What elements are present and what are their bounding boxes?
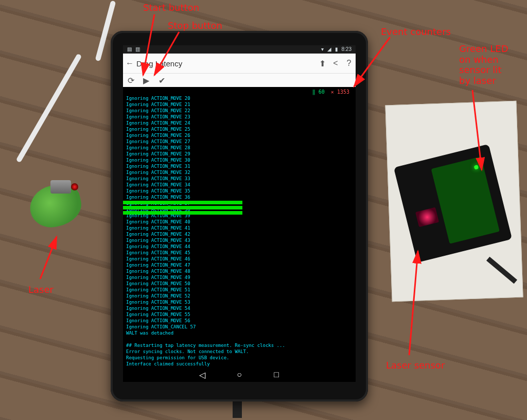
sd-card-icon: ▤ <box>127 46 132 52</box>
log-line: Ignoring ACTION_MOVE 37 <box>126 200 353 206</box>
log-line: Ignoring ACTION_MOVE 52 <box>126 293 353 299</box>
nav-back-button[interactable]: ◁ <box>198 371 206 379</box>
log-output[interactable]: ‖ 60 ✕ 1353 Ignoring ACTION_MOVE 20Ignor… <box>123 87 356 367</box>
log-line: Ignoring ACTION_MOVE 28 <box>126 145 353 151</box>
log-line: ## Restarting tap latency measurement. R… <box>126 342 353 348</box>
battery-icon: ▮ <box>335 46 338 52</box>
log-line: Ignoring ACTION_MOVE 47 <box>126 262 353 268</box>
green-counter-icon: ‖ <box>312 89 315 95</box>
back-button[interactable]: ← <box>123 59 136 68</box>
red-counter-value: 1353 <box>337 89 349 95</box>
log-line: Requesting permission for USB device. <box>126 355 353 361</box>
log-line <box>126 336 353 342</box>
tablet-screen: ▤ ▥ ▾ ◢ ▮ 8:23 ← Drag Latency ⬆ < ? ⟳ <box>123 45 356 382</box>
log-line: Interface claimed successfully <box>126 361 353 367</box>
action-toolbar: ⟳ ▶ ✔ <box>123 73 356 87</box>
laser-module <box>50 180 71 194</box>
log-line: Ignoring ACTION_MOVE 41 <box>126 225 353 231</box>
log-line: Ignoring ACTION_MOVE 31 <box>126 163 353 169</box>
annotation-green-led: Green LED on when sensor lit by laser <box>459 44 508 86</box>
nav-home-button[interactable]: ○ <box>235 371 243 379</box>
log-line: Ignoring ACTION_MOVE 25 <box>126 126 353 132</box>
status-clock: 8:23 <box>342 46 352 52</box>
log-line: Ignoring ACTION_MOVE 42 <box>126 231 353 237</box>
annotation-start-button: Start button <box>143 3 199 13</box>
log-line: Ignoring ACTION_MOVE 56 <box>126 318 353 324</box>
android-nav-bar: ◁ ○ □ <box>123 367 356 382</box>
log-line: Ignoring ACTION_CANCEL 57 <box>126 324 353 330</box>
log-line: Ignoring ACTION_MOVE 50 <box>126 281 353 287</box>
app-bar: ← Drag Latency ⬆ < ? <box>123 54 356 73</box>
green-counter-value: 60 <box>319 89 325 95</box>
log-line: Ignoring ACTION_MOVE 36 <box>126 194 353 200</box>
log-line: Ignoring ACTION_MOVE 23 <box>126 114 353 120</box>
annotation-laser: Laser <box>28 285 54 295</box>
log-line: Ignoring ACTION_MOVE 45 <box>126 250 353 256</box>
android-status-bar: ▤ ▥ ▾ ◢ ▮ 8:23 <box>123 45 356 54</box>
log-line: Ignoring ACTION_MOVE 40 <box>126 219 353 225</box>
log-line: Ignoring ACTION_MOVE 29 <box>126 151 353 157</box>
log-line: Ignoring ACTION_MOVE 39 <box>126 213 353 219</box>
signal-icon: ◢ <box>327 46 331 52</box>
log-line: Ignoring ACTION_MOVE 20 <box>126 95 353 101</box>
log-line: Ignoring ACTION_MOVE 32 <box>126 169 353 176</box>
log-line: Ignoring ACTION_MOVE 22 <box>126 108 353 114</box>
usb-cable <box>16 54 82 163</box>
stop-button[interactable]: ✔ <box>154 76 169 85</box>
log-line: Ignoring ACTION_MOVE 38 <box>126 206 353 213</box>
log-line: Ignoring ACTION_MOVE 53 <box>126 299 353 305</box>
log-line: Ignoring ACTION_MOVE 44 <box>126 243 353 250</box>
log-line: Ignoring ACTION_MOVE 24 <box>126 120 353 126</box>
log-line: Ignoring ACTION_MOVE 35 <box>126 188 353 194</box>
log-line: Ignoring ACTION_MOVE 43 <box>126 237 353 243</box>
event-counters: ‖ 60 ✕ 1353 <box>126 87 353 95</box>
log-line: Ignoring ACTION_MOVE 54 <box>126 305 353 311</box>
red-counter-icon: ✕ <box>331 89 334 95</box>
help-button[interactable]: ? <box>342 59 356 68</box>
annotation-stop-button: Stop button <box>168 21 222 31</box>
log-line: Ignoring ACTION_MOVE 34 <box>126 182 353 188</box>
usb-plug-tablet <box>233 401 242 418</box>
log-line: Ignoring ACTION_MOVE 48 <box>126 268 353 274</box>
nav-recent-button[interactable]: □ <box>272 371 280 379</box>
log-line: Ignoring ACTION_MOVE 21 <box>126 101 353 108</box>
refresh-button[interactable]: ⟳ <box>123 76 138 85</box>
log-line: Error syncing clocks. Not connected to W… <box>126 348 353 355</box>
wifi-icon: ▾ <box>321 46 324 52</box>
upload-button[interactable]: ⬆ <box>315 59 329 68</box>
app-title: Drag Latency <box>136 60 315 67</box>
annotation-laser-sensor: Laser sensor <box>386 360 445 371</box>
share-button[interactable]: < <box>329 59 342 68</box>
doc-icon: ▥ <box>135 46 140 52</box>
log-line: Ignoring ACTION_MOVE 51 <box>126 287 353 293</box>
log-line: Ignoring ACTION_MOVE 30 <box>126 157 353 163</box>
log-line: Ignoring ACTION_MOVE 46 <box>126 256 353 262</box>
log-line: Ignoring ACTION_MOVE 26 <box>126 132 353 138</box>
start-button[interactable]: ▶ <box>138 76 154 85</box>
scene-photo: ▤ ▥ ▾ ◢ ▮ 8:23 ← Drag Latency ⬆ < ? ⟳ <box>0 0 527 420</box>
android-tablet: ▤ ▥ ▾ ◢ ▮ 8:23 ← Drag Latency ⬆ < ? ⟳ <box>111 31 368 401</box>
log-line: Ignoring ACTION_MOVE 49 <box>126 274 353 281</box>
log-line: Ignoring ACTION_MOVE 33 <box>126 176 353 182</box>
annotation-event-counters: Event counters <box>381 27 451 38</box>
log-line: WALT was detached <box>126 330 353 336</box>
log-line: Ignoring ACTION_MOVE 27 <box>126 138 353 145</box>
log-line: Ignoring ACTION_MOVE 55 <box>126 311 353 318</box>
